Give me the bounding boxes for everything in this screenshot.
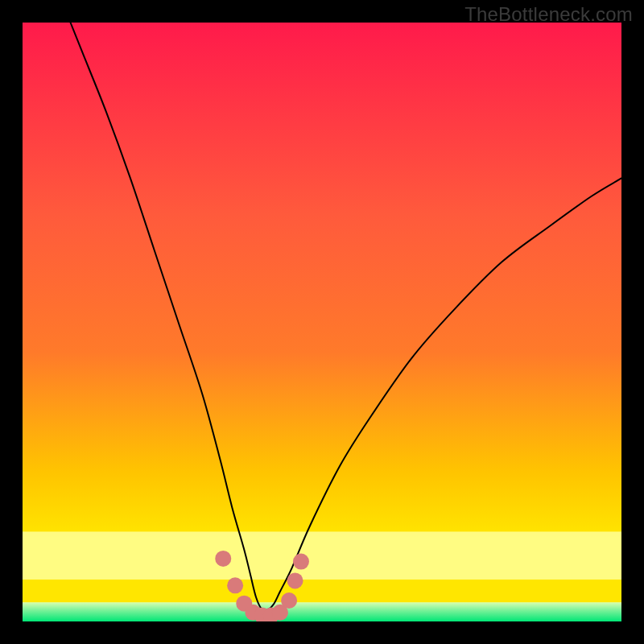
plot-area [23, 23, 621, 621]
bottleneck-chart [23, 23, 621, 621]
curve-marker [293, 554, 309, 570]
watermark-text: TheBottleneck.com [464, 3, 633, 26]
curve-marker [215, 551, 231, 567]
curve-marker [281, 592, 297, 609]
curve-marker [227, 577, 243, 593]
green-band [23, 602, 621, 621]
chart-frame: TheBottleneck.com [0, 0, 644, 644]
highlight-band [23, 531, 621, 580]
curve-marker [287, 572, 303, 588]
